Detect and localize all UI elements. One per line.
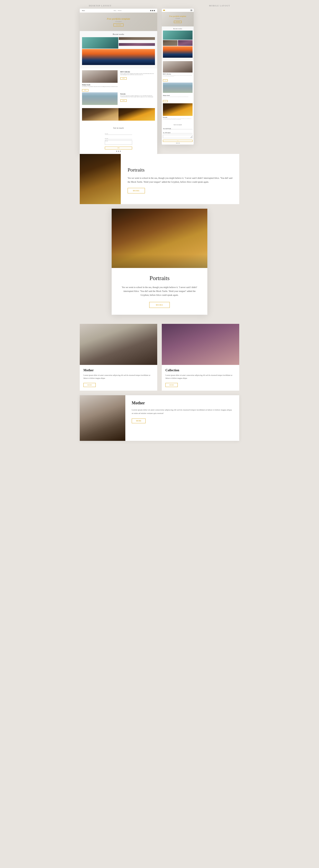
desktop-mockup: Home Gallery Collection Free portfolio t… [80,9,157,154]
mobile-photo-half-row [163,40,192,46]
mobile-works-section: Recent works [162,27,194,60]
mobile-portraits-title: Portraits [163,117,192,118]
contact-title: Get in touch [82,125,155,131]
footer-ig-icon [120,151,121,152]
bw-desc: They were indeed a curious looking party… [120,73,154,75]
portrait-bottom-row [80,108,157,122]
mother-section-2-desc: Lorem ipsum dolor sit amet consectetur a… [132,408,233,415]
photo-grid-right [119,37,155,49]
nav-logo: Home [82,10,85,11]
bw-mother-section: B&W Collection They were indeed a curiou… [80,68,157,108]
collection-btn[interactable]: MORE [166,383,178,387]
desktop-label: DESKTOP LAYOUT [89,5,111,7]
mother-earth-title: Mother Earth [82,84,155,86]
portraits-text: Portraits Yes we went to school in the s… [119,92,155,105]
send-button[interactable]: SEND [105,147,132,149]
mobile-footer-tw-icon [177,143,178,144]
bw-photo [82,70,117,83]
bw-collection-row: B&W Collection They were indeed a curiou… [82,70,155,83]
mountains-portraits-row: Portraits Yes we went to school in the s… [82,92,155,105]
portraits-large-title: Portraits [128,167,233,173]
desktop-nav: Home Gallery Collection [80,9,157,12]
mobile-photo-teal [163,31,192,40]
mobile-hero-title: Free portfolio template [164,15,191,18]
portrait-detail-desc: Yes we went to school in the sea, though… [121,285,198,297]
desktop-hero: Free portfolio template for photographer… [80,12,157,31]
photo-cell-cliff [82,49,155,65]
mobile-mother-btn[interactable]: MORE [163,100,168,102]
portrait-detail-btn[interactable]: MORE [149,302,170,308]
enlarged-section: Portraits Yes we went to school in the s… [80,154,239,204]
email-input[interactable] [105,138,132,140]
mobile-send-button[interactable]: SEND [163,140,192,142]
hero-cta-button[interactable]: VIEW MORE [113,24,124,27]
mother-earth-btn[interactable]: MORE [82,89,88,91]
mobile-email-input[interactable] [163,132,192,133]
hero-subtitle: for photographers [83,21,154,22]
portraits-desc: Yes we went to school in the sea, though… [120,95,154,98]
desktop-contact: Get in touch SEND [80,122,157,154]
message-input[interactable] [105,140,132,145]
menu-line-1 [190,9,192,10]
photo-grid [80,37,157,66]
mother-title: Mother [83,369,153,372]
mobile-nav-menu-icon[interactable] [190,9,192,11]
portraits-large-btn[interactable]: MORE [128,188,145,193]
mobile-message-input[interactable] [163,135,192,138]
collection-card: Collection Lorem ipsum dolor sit amet co… [162,324,239,391]
photo-cell-road [119,37,155,40]
mobile-photo-road [163,40,177,46]
mobile-mockup: Free portfolio template for photographer… [162,9,194,145]
ig-icon [154,10,155,11]
nav-icons [150,10,155,11]
mobile-portrait-img [163,103,192,116]
mobile-name-input[interactable] [163,128,192,129]
mobile-nav-logo [163,10,165,11]
portraits-btn[interactable]: MORE [120,99,127,102]
bw-btn[interactable]: MORE [120,77,127,80]
collection-desc: Lorem ipsum dolor sit amet consectetur a… [166,374,236,380]
footer-tw-icon [118,151,119,152]
nav-links: Gallery Collection [114,10,122,11]
mobile-bw-img [163,61,192,72]
photo-cell-dance [119,43,155,46]
mobile-mountains-section [162,83,194,95]
nav-link-collection[interactable]: Collection [118,10,122,11]
portrait-detail-body: Portraits Yes we went to school in the s… [112,268,207,315]
mother-section-2-btn[interactable]: MORE [132,418,146,423]
mother-section-2: Mother Lorem ipsum dolor sit amet consec… [80,395,239,441]
mobile-hero: Free portfolio template for photographer… [162,12,194,27]
name-input[interactable] [105,133,132,135]
portraits-hero-large: Portraits Yes we went to school in the s… [80,154,239,204]
portrait-detail-page: Portraits Yes we went to school in the s… [112,209,207,315]
mobile-contact-title: Get in touch [163,123,192,127]
portraits-left-image [80,154,121,204]
footer-fb-icon [116,151,117,152]
mobile-bw-btn[interactable]: MORE [163,80,168,82]
layout-labels: DESKTOP LAYOUT MOBILE LAYOUT [80,5,239,7]
mother-btn[interactable]: MORE [83,383,96,387]
contact-form: SEND [105,131,132,149]
bw-text: B&W Collection They were indeed a curiou… [119,70,155,83]
mother-section-2-title: Mother [132,401,233,405]
tw-icon [152,10,153,11]
portraits-title: Portraits [120,93,154,95]
mother-image [80,324,157,365]
mobile-mountains-img [163,83,192,93]
collection-image [162,324,239,365]
portrait-detail-hero-image [112,209,207,268]
mother-text: Mother Lorem ipsum dolor sit amet consec… [80,365,157,391]
recent-works-title: Recent works [80,31,157,37]
mobile-photo-dance [178,40,192,46]
mobile-hero-btn[interactable]: VIEW MORE [174,21,181,23]
mobile-bw-title: B&W Collection [163,73,192,74]
mobile-mother-section: Mother Earth You will find it a very goo… [162,95,194,103]
nav-link-gallery[interactable]: Gallery [114,10,116,11]
portrait-photo [82,108,118,121]
mobile-footer-icons [163,143,192,144]
mobile-footer-fb-icon [176,143,177,144]
photo-cell-teal [82,37,118,49]
mother-earth-row: Mother Earth You will find it a very goo… [82,84,155,91]
mobile-hero-subtitle: for photographers [164,18,191,19]
hero-title: Free portfolio template [83,17,154,20]
